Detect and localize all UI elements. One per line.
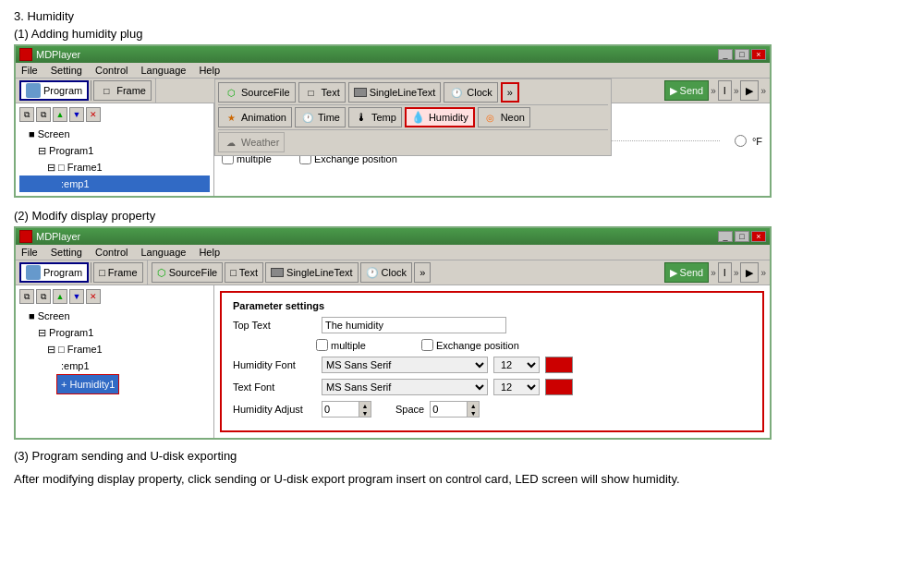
play-button-2[interactable]: ▶ (740, 262, 759, 283)
send-button-1[interactable]: ▶ Send (664, 80, 710, 101)
close-button[interactable]: × (751, 49, 766, 60)
humidity-button[interactable]: 💧 Humidity (405, 107, 475, 127)
menu-control[interactable]: Control (93, 64, 129, 77)
heading-1: 3. Humidity (14, 9, 910, 23)
space-down[interactable]: ▼ (468, 409, 479, 417)
window-title-2: MDPlayer (36, 231, 80, 242)
titlebar-1: MDPlayer _ □ × (16, 46, 770, 63)
clock-button[interactable]: 🕐 Clock (444, 82, 498, 103)
humidity-adjust-up[interactable]: ▲ (359, 402, 371, 409)
send-more-2[interactable]: » (711, 268, 716, 278)
menu-help-2[interactable]: Help (197, 246, 222, 259)
top-text-input[interactable] (322, 317, 506, 333)
i-more-2[interactable]: » (734, 268, 739, 278)
tree-program1-2: ⊟ Program1 (19, 324, 210, 341)
sourcefile-button-2[interactable]: ⬡ SourceFile (152, 262, 224, 283)
text-icon: □ (304, 85, 319, 100)
animation-button[interactable]: ★ Animation (218, 107, 292, 127)
top-text-row: Top Text document.querySelector('[data-n… (233, 317, 751, 333)
menu-help[interactable]: Help (197, 64, 222, 77)
down-btn-2[interactable]: ▼ (69, 289, 84, 304)
program-button[interactable]: Program (19, 80, 89, 101)
exchange-checkbox-2[interactable] (421, 339, 433, 351)
frame-label-2: Frame (108, 267, 138, 278)
clock-button-2[interactable]: 🕐 Clock (360, 262, 413, 283)
menu-file-2[interactable]: File (19, 246, 40, 259)
menu-setting[interactable]: Setting (49, 64, 84, 77)
window-title-1: MDPlayer (36, 49, 80, 60)
delete-btn[interactable]: ✕ (86, 107, 101, 122)
send-label-2: Send (680, 267, 704, 278)
space-spinbox[interactable]: ▲ ▼ (430, 401, 480, 418)
space-up[interactable]: ▲ (468, 402, 479, 409)
text-button-2[interactable]: □ Text (225, 262, 263, 283)
more-button-2[interactable]: » (414, 262, 431, 283)
menu-language-2[interactable]: Language (139, 246, 188, 259)
minimize-button[interactable]: _ (718, 49, 733, 60)
up-btn-2[interactable]: ▲ (53, 289, 67, 304)
singlelinetext-button-2[interactable]: SingleLineText (265, 262, 359, 283)
menu-setting-2[interactable]: Setting (49, 246, 84, 259)
multiple-checkbox-2[interactable] (316, 339, 328, 351)
i-more[interactable]: » (734, 86, 739, 96)
copy-btn-3[interactable]: ⧉ (19, 289, 34, 304)
play-more[interactable]: » (760, 86, 766, 96)
text-font-select[interactable]: MS Sans Serif (322, 379, 488, 395)
time-icon: 🕐 (300, 110, 315, 125)
humidity-adjust-down[interactable]: ▼ (359, 409, 371, 417)
humidity-font-select[interactable]: MS Sans Serif (322, 357, 488, 373)
humidity-adjust-spinbox[interactable]: ▲ ▼ (322, 401, 371, 418)
neon-button[interactable]: ◎ Neon (478, 107, 530, 127)
send-button-2[interactable]: ▶ Send (664, 262, 710, 283)
menu-language[interactable]: Language (139, 64, 188, 77)
i-button-1[interactable]: I (718, 80, 732, 101)
humidity-color-box[interactable] (545, 357, 573, 373)
copy-btn-4[interactable]: ⧉ (36, 289, 51, 304)
sourcefile-button[interactable]: ⬡ SourceFile (218, 82, 296, 103)
program1-expand: ⊟ (38, 145, 46, 156)
maximize-button-2[interactable]: □ (735, 231, 749, 242)
menu-file[interactable]: File (19, 64, 40, 77)
fahrenheit-radio[interactable] (735, 135, 747, 147)
menu-control-2[interactable]: Control (93, 246, 129, 259)
sidebar-1: ⧉ ⧉ ▲ ▼ ✕ ■ Screen ⊟ Program1 ⊟ □ Frame1… (16, 103, 214, 196)
humidity-adjust-input[interactable] (322, 402, 359, 417)
temp-button[interactable]: 🌡 Temp (348, 107, 402, 127)
tree-frame1: ⊟ □ Frame1 (19, 159, 210, 176)
delete-btn-2[interactable]: ✕ (86, 289, 101, 304)
temp-icon: 🌡 (354, 110, 369, 125)
minimize-button-2[interactable]: _ (718, 231, 733, 242)
maximize-button[interactable]: □ (735, 49, 749, 60)
param-box: Parameter settings Top Text document.que… (220, 291, 764, 432)
tree-emp1[interactable]: :emp1 (19, 176, 210, 192)
titlebar-left: MDPlayer (19, 48, 80, 61)
down-btn[interactable]: ▼ (69, 107, 84, 122)
close-button-2[interactable]: × (751, 231, 766, 242)
text-font-size-select[interactable]: 12 (493, 379, 540, 395)
space-input[interactable] (431, 402, 468, 417)
tree-emp1-2[interactable]: :emp1 (19, 357, 210, 374)
play-more-2[interactable]: » (760, 268, 766, 278)
up-btn[interactable]: ▲ (53, 107, 67, 122)
text-button[interactable]: □ Text (298, 82, 346, 103)
program-button-2[interactable]: Program (19, 262, 89, 283)
frame-button-2[interactable]: □ Frame (93, 262, 142, 283)
frame-button[interactable]: □ Frame (93, 80, 152, 101)
weather-button[interactable]: ☁ Weather (218, 132, 285, 152)
clock-label: Clock (467, 87, 492, 98)
copy-btn-2[interactable]: ⧉ (36, 107, 51, 122)
text-color-box[interactable] (545, 379, 573, 395)
fahrenheit-label: °F (752, 136, 762, 147)
send-more[interactable]: » (711, 86, 716, 96)
singlelinetext-button[interactable]: SingleLineText (348, 82, 442, 103)
humidity-font-size-select[interactable]: 12 (493, 357, 540, 373)
more-button-1[interactable]: » (501, 82, 519, 103)
tree-humidity1[interactable]: + Humidity1 (19, 374, 210, 394)
humidity-adjust-label: Humidity Adjust (233, 404, 316, 415)
i-button-2[interactable]: I (718, 262, 732, 283)
sourcefile-label: SourceFile (241, 87, 290, 98)
play-button-1[interactable]: ▶ (740, 80, 759, 101)
copy-btn-1[interactable]: ⧉ (19, 107, 34, 122)
space-btns: ▲ ▼ (468, 402, 479, 417)
time-button[interactable]: 🕐 Time (295, 107, 346, 127)
